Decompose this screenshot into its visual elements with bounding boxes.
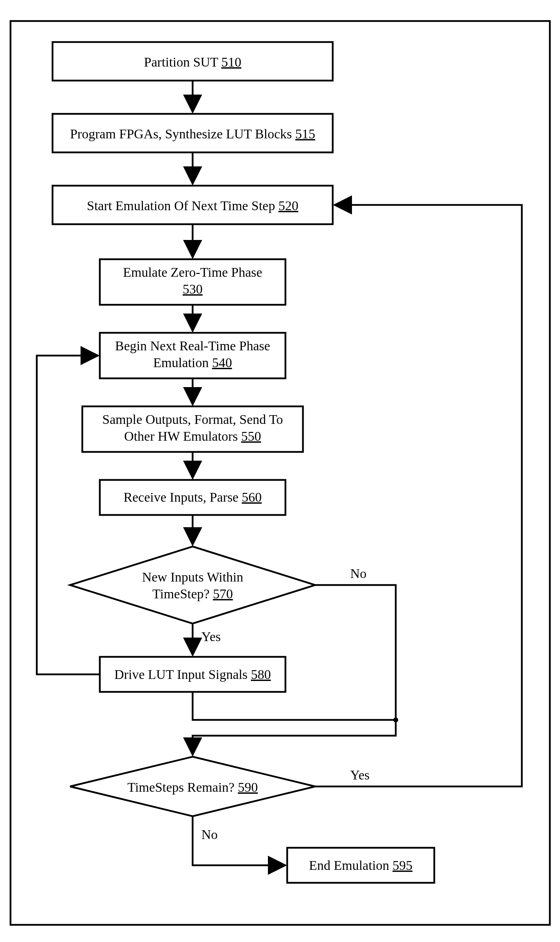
box520-ref: 520 (278, 198, 298, 213)
decision-new-inputs: New Inputs Within TimeStep? 570 (70, 546, 315, 623)
dec570-line2: TimeStep? (152, 586, 213, 601)
box-emulate-zero-time: Emulate Zero-Time Phase 530 (100, 259, 285, 305)
box515-text: Program FPGAs, Synthesize LUT Blocks (70, 126, 295, 141)
svg-text:Program FPGAs, Synthesize LUT : Program FPGAs, Synthesize LUT Blocks 515 (70, 126, 315, 141)
box550-line1: Sample Outputs, Format, Send To (102, 412, 283, 427)
label-yes-570: Yes (202, 629, 221, 644)
frame (11, 21, 550, 925)
box-partition-sut: Partition SUT 510 (52, 42, 333, 80)
dec590-ref: 590 (238, 780, 258, 794)
box520-text: Start Emulation Of Next Time Step (87, 198, 278, 213)
box-receive-inputs: Receive Inputs, Parse 560 (100, 480, 285, 515)
dec570-line1: New Inputs Within (142, 570, 243, 584)
svg-text:Emulate Zero-Time Phase: Emulate Zero-Time Phase (123, 265, 262, 280)
box-begin-realtime: Begin Next Real-Time Phase Emulation 540 (100, 333, 285, 378)
path-570-no (315, 585, 396, 720)
path-580-loop-540 (37, 356, 100, 674)
flowchart: Partition SUT 510 Program FPGAs, Synthes… (0, 0, 560, 942)
box540-line1: Begin Next Real-Time Phase (115, 339, 270, 353)
svg-text:530: 530 (183, 282, 203, 296)
svg-text:Emulation  540: Emulation 540 (153, 355, 232, 370)
box515-ref: 515 (295, 126, 315, 141)
label-yes-590: Yes (350, 768, 369, 782)
box-drive-lut: Drive LUT Input Signals 580 (100, 657, 285, 692)
box-start-emulation: Start Emulation Of Next Time Step 520 (52, 186, 333, 224)
decision-timesteps-remain: TimeSteps Remain? 590 (70, 757, 315, 816)
svg-text:Partition SUT  510: Partition SUT 510 (144, 55, 241, 69)
svg-text:New Inputs Within: New Inputs Within (142, 570, 243, 584)
label-no-590: No (202, 827, 217, 842)
box540-line2: Emulation (153, 355, 212, 370)
box510-text: Partition SUT (144, 55, 222, 69)
box550-ref: 550 (241, 429, 261, 443)
box-sample-outputs: Sample Outputs, Format, Send To Other HW… (82, 406, 303, 452)
box560-ref: 560 (242, 490, 262, 505)
svg-text:Sample Outputs,  Format,  Send: Sample Outputs, Format, Send To (102, 412, 283, 427)
svg-text:End Emulation  595: End Emulation 595 (309, 858, 412, 873)
box580-text: Drive LUT Input Signals (114, 667, 251, 682)
box550-line2: Other HW Emulators (124, 429, 241, 443)
svg-text:Start Emulation Of Next Time S: Start Emulation Of Next Time Step 520 (87, 198, 298, 213)
box530-text: Emulate Zero-Time Phase (123, 265, 262, 280)
box595-ref: 595 (392, 858, 412, 873)
box595-text: End Emulation (309, 858, 392, 873)
box580-ref: 580 (251, 667, 271, 682)
label-no-570: No (350, 566, 366, 581)
svg-text:Drive LUT Input Signals  580: Drive LUT Input Signals 580 (114, 667, 271, 682)
svg-marker-17 (70, 546, 315, 623)
path-join-590 (192, 720, 396, 755)
box530-ref: 530 (183, 282, 203, 296)
svg-text:Receive Inputs,  Parse  560: Receive Inputs, Parse 560 (124, 490, 262, 505)
dec570-ref: 570 (213, 586, 233, 601)
svg-text:TimeStep?  570: TimeStep? 570 (152, 586, 233, 601)
svg-text:Other HW Emulators  550: Other HW Emulators 550 (124, 429, 261, 443)
box-program-fpgas: Program FPGAs, Synthesize LUT Blocks 515 (52, 114, 333, 152)
box560-text: Receive Inputs, Parse (124, 490, 242, 505)
path-580-to-join (192, 692, 396, 720)
path-590-yes-520 (315, 205, 522, 787)
dec590-text: TimeSteps Remain? (128, 780, 238, 794)
svg-text:TimeSteps Remain?  590: TimeSteps Remain? 590 (128, 780, 258, 794)
box510-ref: 510 (222, 55, 241, 69)
svg-text:Begin Next Real-Time Phase: Begin Next Real-Time Phase (115, 339, 270, 353)
box-end-emulation: End Emulation 595 (287, 848, 434, 883)
box540-ref: 540 (212, 355, 232, 370)
